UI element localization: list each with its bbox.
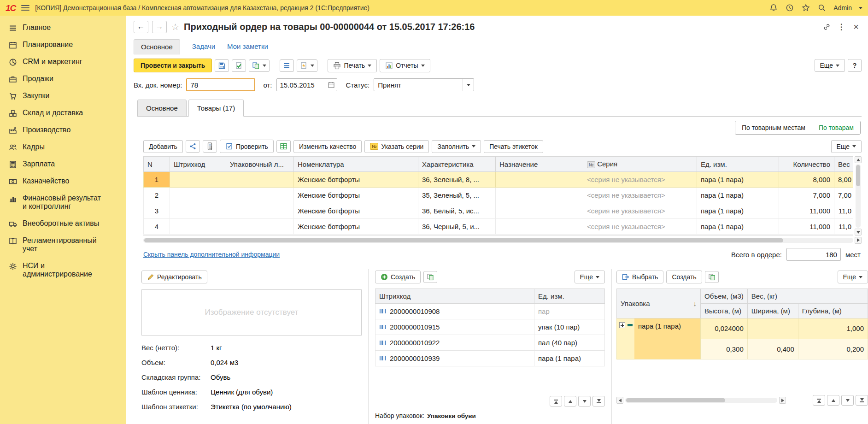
user-menu-caret-icon[interactable] (859, 7, 862, 9)
help-button[interactable]: ? (848, 59, 862, 72)
cell-n[interactable]: 2 (144, 188, 170, 203)
cell-series[interactable]: <серия не указывается> (583, 203, 697, 219)
nav-tab-my-notes[interactable]: Мои заметки (227, 42, 268, 54)
cell-volume[interactable]: 0,024000 (701, 318, 748, 339)
col-volume[interactable]: Объем, (м3) (701, 289, 748, 304)
sidebar-item-warehouse[interactable]: Склад и доставка (0, 105, 126, 122)
cell-weight[interactable]: 7,00 (834, 188, 854, 203)
cell-characteristic[interactable]: 36, Белый, 5, ис... (418, 203, 496, 219)
status-dropdown-icon[interactable] (463, 79, 474, 91)
history-icon[interactable] (785, 3, 794, 12)
more-commands-button[interactable]: Еще (815, 59, 845, 72)
cell-height[interactable]: 0,300 (701, 339, 748, 359)
cell-nomenclature[interactable]: Женские ботфорты (294, 219, 418, 235)
vertical-scroll-thumb[interactable] (856, 165, 860, 186)
select-package-button[interactable]: Выбрать (616, 271, 663, 283)
cell-n[interactable]: 1 (144, 172, 170, 188)
cell-characteristic[interactable]: 36, Черный, 5, и... (418, 219, 496, 235)
cell-pack-list[interactable] (226, 188, 294, 203)
more-actions-icon[interactable]: ⋮ (836, 21, 847, 32)
goods-row-2[interactable]: 2 Женские ботфорты 35, Зеленый, 5, ... <… (144, 188, 854, 203)
sidebar-item-fin-result[interactable]: Финансовый результат и контроллинг (0, 190, 126, 215)
favorite-star-icon[interactable]: ☆ (171, 22, 179, 32)
sidebar-item-nsi-administration[interactable]: НСИ и администрирование (0, 258, 126, 283)
favorites-star-icon[interactable] (801, 3, 810, 12)
col-purpose[interactable]: Назначение (496, 157, 583, 172)
sidebar-item-hr[interactable]: Кадры (0, 139, 126, 156)
go-last-icon[interactable] (856, 395, 868, 406)
col-barcode[interactable]: Штрихкод (375, 289, 534, 304)
date-input[interactable]: 15.05.2015 (276, 78, 337, 91)
cell-pack-list[interactable] (226, 172, 294, 188)
cell-purpose[interactable] (496, 172, 583, 188)
sidebar-item-payroll[interactable]: Зарплата (0, 156, 126, 173)
goods-more-button[interactable]: Еще (831, 140, 862, 153)
reports-button[interactable]: Отчеты (380, 59, 430, 72)
cell-pack-list[interactable] (226, 219, 294, 235)
col-height[interactable]: Высота, (м) (701, 304, 748, 318)
cell-depth[interactable]: 0,200 (798, 339, 868, 359)
go-prev-icon[interactable] (564, 396, 576, 406)
cell-barcode[interactable] (170, 188, 226, 203)
set-series-button[interactable]: № Указать серии (364, 140, 429, 153)
sidebar-item-fixed-assets[interactable]: Внеоборотные активы (0, 215, 126, 232)
col-nomenclature[interactable]: Номенклатура (294, 157, 418, 172)
barcode-row-1[interactable]: 2000000010908 пар (375, 304, 605, 319)
go-prev-icon[interactable] (827, 395, 839, 406)
check-rows-button[interactable]: Проверить (220, 140, 274, 153)
col-pack-list[interactable]: Упаковочный л... (226, 157, 294, 172)
by-cargo-places-toggle[interactable]: По товарным местам (735, 121, 812, 134)
fill-button[interactable]: Заполнить (432, 140, 481, 153)
go-next-icon[interactable] (578, 396, 591, 406)
create-package-button[interactable]: Создать (666, 271, 702, 283)
col-n[interactable]: N (144, 157, 170, 172)
col-characteristic[interactable]: Характеристика (418, 157, 496, 172)
sidebar-item-main[interactable]: Главное (0, 19, 126, 36)
horizontal-scroll-thumb[interactable] (144, 238, 783, 242)
data-terminal-button[interactable] (203, 140, 217, 153)
structure-report-button[interactable] (280, 59, 294, 72)
sidebar-item-production[interactable]: Производство (0, 122, 126, 139)
sidebar-item-purchases[interactable]: Закупки (0, 88, 126, 105)
search-icon[interactable] (817, 3, 827, 12)
goods-row-4[interactable]: 4 Женские ботфорты 36, Черный, 5, и... <… (144, 219, 854, 235)
post-document-button[interactable] (232, 59, 246, 72)
cell-nomenclature[interactable]: Женские ботфорты (294, 188, 418, 203)
sidebar-item-treasury[interactable]: Казначейство (0, 173, 126, 190)
hierarchy-button[interactable] (186, 140, 200, 153)
export-table-button[interactable] (276, 140, 291, 153)
scroll-down-icon[interactable] (855, 229, 862, 236)
cell-weight[interactable]: 1,000 (798, 318, 868, 339)
back-button[interactable]: ← (134, 21, 148, 33)
col-weight[interactable]: Вес, (кг) (747, 289, 868, 304)
barcodes-more-button[interactable]: Еще (575, 271, 605, 283)
sidebar-item-planning[interactable]: Планирование (0, 36, 126, 53)
col-barcode[interactable]: Штрихкод (170, 157, 226, 172)
post-and-close-button[interactable]: Провести и закрыть (134, 59, 212, 72)
cell-purpose[interactable] (496, 219, 583, 235)
cell-weight[interactable]: 11,0 (834, 219, 854, 235)
hide-info-panel-link[interactable]: Скрыть панель дополнительной информации (143, 251, 280, 258)
sidebar-item-sales[interactable]: Продажи (0, 71, 126, 88)
package-row[interactable]: пара (1 пара) 0,024000 1,000 (617, 318, 868, 339)
cell-series[interactable]: <серия не указывается> (583, 188, 697, 203)
cell-empty[interactable] (747, 318, 798, 339)
change-quality-button[interactable]: Изменить качество (293, 140, 362, 153)
col-series[interactable]: № Серия (583, 157, 697, 172)
nav-tab-tasks[interactable]: Задачи (192, 42, 215, 54)
packages-more-button[interactable]: Еще (838, 271, 868, 283)
cell-series[interactable]: <серия не указывается> (583, 172, 697, 188)
barcode-row-4[interactable]: 2000000010939 пара (1 пара) (375, 351, 605, 366)
get-link-icon[interactable] (821, 21, 832, 32)
status-select[interactable]: Принят (374, 78, 474, 91)
cell-series[interactable]: <серия не указывается> (583, 219, 697, 235)
col-weight[interactable]: Вес (834, 157, 854, 172)
cell-unit[interactable]: пара (1 пара) (697, 172, 779, 188)
nav-tab-main[interactable]: Основное (134, 39, 180, 54)
cell-qty[interactable]: 8,000 (779, 172, 834, 188)
sidebar-item-crm[interactable]: CRM и маркетинг (0, 53, 126, 71)
col-unit[interactable]: Ед. изм. (534, 289, 605, 304)
forward-button[interactable]: → (152, 21, 167, 33)
main-menu-icon[interactable] (21, 5, 29, 11)
scroll-left-icon[interactable] (616, 397, 623, 404)
